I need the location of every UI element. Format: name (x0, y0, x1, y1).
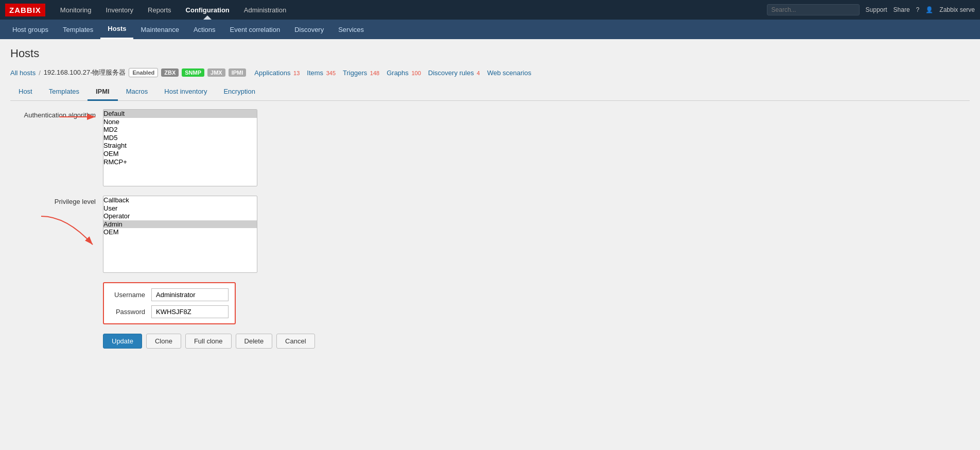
credentials-row: Username Password (10, 282, 970, 324)
badge-zbx: ZBX (161, 68, 179, 77)
link-items[interactable]: Items 345 (307, 69, 336, 77)
option-operator[interactable]: Operator (103, 212, 257, 220)
tab-bar: Host Templates IPMI Macros Host inventor… (10, 83, 970, 101)
sub-navigation: Host groups Templates Hosts Maintenance … (0, 20, 980, 39)
tab-macros[interactable]: Macros (118, 83, 156, 101)
sub-nav-menu: Host groups Templates Hosts Maintenance … (5, 20, 371, 39)
link-triggers[interactable]: Triggers 148 (343, 69, 379, 77)
auth-algorithm-listbox[interactable]: Default None MD2 MD5 Straight OEM RMCP+ (103, 109, 257, 186)
privilege-level-listbox[interactable]: Callback User Operator Admin OEM (103, 196, 257, 273)
option-admin[interactable]: Admin (103, 220, 257, 229)
username-input[interactable] (151, 288, 229, 301)
button-row: Update Clone Full clone Delete Cancel (103, 334, 970, 349)
subnav-actions[interactable]: Actions (186, 20, 223, 39)
auth-algorithm-row: Authentication algorithm Default None MD… (10, 109, 970, 186)
subnav-hosts[interactable]: Hosts (100, 20, 133, 39)
subnav-eventcorrelation[interactable]: Event correlation (223, 20, 288, 39)
ipmi-form: Authentication algorithm Default None MD… (10, 109, 970, 349)
option-default[interactable]: Default (103, 110, 257, 118)
option-priv-oem[interactable]: OEM (103, 228, 257, 236)
privilege-level-row: Privilege level Callback User Operator A… (10, 196, 970, 273)
tab-encryption[interactable]: Encryption (215, 83, 263, 101)
subnav-templates[interactable]: Templates (56, 20, 100, 39)
support-link[interactable]: Support (866, 6, 887, 13)
nav-configuration[interactable]: Configuration (179, 0, 237, 20)
credentials-spacer (10, 282, 103, 284)
breadcrumb: All hosts / 192.168.100.27-物理服务器 Enabled… (10, 68, 970, 77)
password-input[interactable] (151, 305, 229, 318)
count-graphs: 100 (411, 70, 421, 76)
option-none[interactable]: None (103, 118, 257, 126)
fullclone-button[interactable]: Full clone (185, 334, 232, 349)
tag-links: Applications 13 Items 345 Triggers 148 G… (254, 69, 531, 77)
server-label: Zabbix serve (939, 6, 975, 13)
password-label: Password (110, 308, 151, 316)
link-graphs[interactable]: Graphs 100 (387, 69, 421, 77)
nav-inventory[interactable]: Inventory (99, 0, 141, 20)
username-label: Username (110, 291, 151, 299)
tab-ipmi[interactable]: IPMI (87, 83, 118, 101)
option-md5[interactable]: MD5 (103, 134, 257, 142)
clone-button[interactable]: Clone (146, 334, 181, 349)
top-nav-menu: Monitoring Inventory Reports Configurati… (53, 0, 293, 20)
subnav-services[interactable]: Services (331, 20, 371, 39)
privilege-level-label: Privilege level (10, 196, 103, 205)
option-md2[interactable]: MD2 (103, 126, 257, 134)
count-triggers: 148 (370, 70, 379, 76)
link-applications[interactable]: Applications 13 (254, 69, 300, 77)
page-content: Hosts All hosts / 192.168.100.27-物理服务器 E… (0, 39, 980, 450)
zabbix-logo[interactable]: ZABBIX (5, 4, 45, 16)
breadcrumb-sep: / (39, 69, 41, 77)
link-webscenarios[interactable]: Web scenarios (487, 69, 531, 77)
update-button[interactable]: Update (103, 334, 142, 349)
page-title: Hosts (10, 47, 970, 60)
tab-hostinventory[interactable]: Host inventory (156, 83, 215, 101)
top-nav-right: Support Share ? 👤 Zabbix serve (767, 4, 975, 15)
option-straight[interactable]: Straight (103, 142, 257, 150)
user-icon[interactable]: 👤 (925, 6, 933, 13)
option-rmcpplus[interactable]: RMCP+ (103, 158, 257, 166)
badge-snmp: SNMP (182, 68, 204, 77)
link-discoveryrules[interactable]: Discovery rules 4 (428, 69, 480, 77)
cancel-button[interactable]: Cancel (276, 334, 314, 349)
auth-arrow-icon (59, 109, 100, 125)
nav-monitoring[interactable]: Monitoring (53, 0, 99, 20)
count-items: 345 (326, 70, 336, 76)
help-icon[interactable]: ? (916, 6, 920, 13)
share-link[interactable]: Share (894, 6, 910, 13)
search-input[interactable] (767, 4, 860, 15)
top-navigation: ZABBIX Monitoring Inventory Reports Conf… (0, 0, 980, 20)
delete-button[interactable]: Delete (236, 334, 273, 349)
nav-administration[interactable]: Administration (237, 0, 293, 20)
tab-templates[interactable]: Templates (41, 83, 87, 101)
username-row: Username (110, 288, 229, 301)
password-row: Password (110, 305, 229, 318)
count-discoveryrules: 4 (477, 70, 480, 76)
badge-enabled: Enabled (129, 68, 158, 77)
breadcrumb-allhosts[interactable]: All hosts (10, 69, 36, 77)
privilege-arrow-icon (36, 211, 98, 252)
tab-host[interactable]: Host (10, 83, 41, 101)
credentials-box: Username Password (103, 282, 236, 324)
subnav-maintenance[interactable]: Maintenance (133, 20, 186, 39)
count-applications: 13 (293, 70, 300, 76)
breadcrumb-current: 192.168.100.27-物理服务器 (44, 68, 126, 77)
option-user[interactable]: User (103, 204, 257, 213)
subnav-discovery[interactable]: Discovery (287, 20, 331, 39)
badge-ipmi: IPMI (229, 68, 247, 77)
option-oem[interactable]: OEM (103, 150, 257, 158)
badge-jmx: JMX (207, 68, 225, 77)
subnav-hostgroups[interactable]: Host groups (5, 20, 56, 39)
option-callback[interactable]: Callback (103, 196, 257, 204)
nav-reports[interactable]: Reports (141, 0, 179, 20)
